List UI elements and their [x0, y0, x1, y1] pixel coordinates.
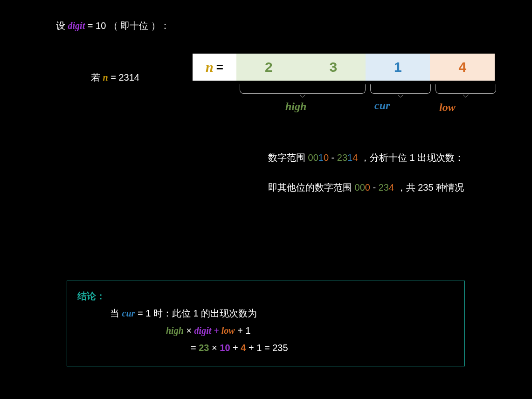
conclusion-header: 结论：	[77, 288, 454, 305]
label-low: low	[439, 101, 456, 114]
cell-d4: 4	[430, 54, 495, 81]
cell-n-eq: n =	[193, 54, 236, 81]
label-high: high	[285, 100, 306, 113]
n-label: 若 n = 2314	[91, 71, 139, 84]
title-assign: = 10 （ 即十位 ）：	[88, 21, 170, 31]
cell-d1: 2	[236, 54, 301, 81]
cell-d3: 1	[366, 54, 430, 81]
brace-cur	[370, 84, 431, 94]
digit-diagram: 若 n = 2314 n = 2 3 1 4 high cur low	[93, 54, 495, 133]
conclusion-box: 结论： 当 cur = 1 时：此位 1 的出现次数为 high × digit…	[67, 281, 465, 366]
cell-d2: 3	[301, 54, 366, 81]
brace-low	[435, 84, 496, 94]
label-cur: cur	[374, 99, 390, 112]
analysis-text: 数字范围 0010 - 2314 ，分析十位 1 出现次数： 即其他位的数字范围…	[54, 150, 495, 195]
brace-high	[240, 84, 366, 94]
title-line: 设 digit = 10 （ 即十位 ）：	[56, 19, 495, 33]
var-digit: digit	[68, 21, 85, 31]
title-prefix: 设	[56, 21, 68, 31]
